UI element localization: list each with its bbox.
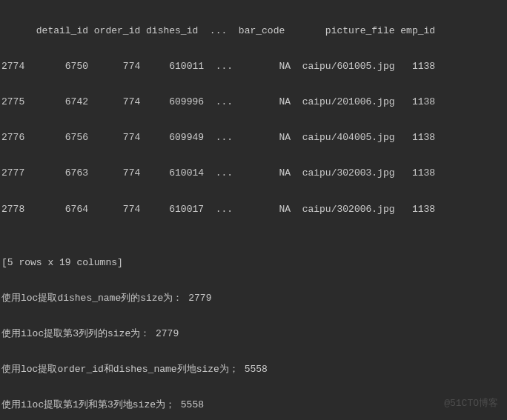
output-line: 使用iloc提取第1列和第3列地size为； 5558 [1,396,506,414]
console-output: detail_id order_id dishes_id ... bar_cod… [1,4,506,420]
table-row: 2774 6750 774 610011 ... NA caipu/601005… [1,58,506,76]
table-row: 2777 6763 774 610014 ... NA caipu/302003… [1,164,506,182]
shape-info: [5 rows x 19 columns] [1,254,506,272]
table-row: 2775 6742 774 609996 ... NA caipu/201006… [1,93,506,111]
watermark: @51CTO博客 [444,395,498,413]
table-row: 2776 6756 774 609949 ... NA caipu/404005… [1,129,506,147]
table-header: detail_id order_id dishes_id ... bar_cod… [1,22,506,40]
output-line: 使用loc提取order_id和dishes_name列地size为； 5558 [1,361,506,379]
output-line: 使用loc提取dishes_name列的size为： 2779 [1,290,506,307]
output-line: 使用iloc提取第3列列的size为： 2779 [1,325,506,343]
table-row: 2778 6764 774 610017 ... NA caipu/302006… [1,201,506,219]
